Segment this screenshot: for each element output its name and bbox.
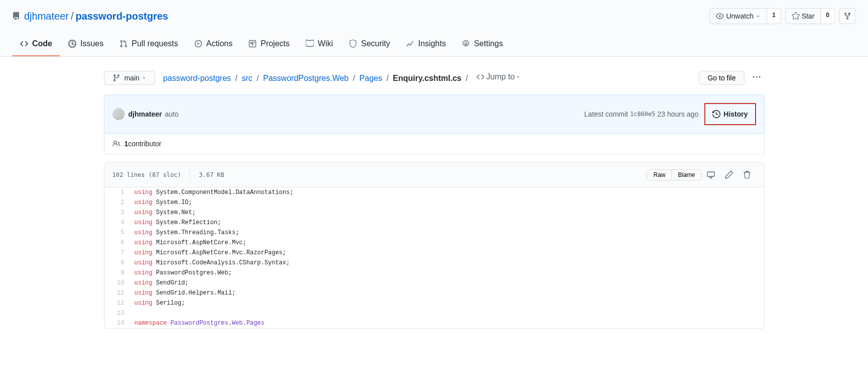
code-line: 2using System.IO; (104, 198, 764, 208)
contributor-label: contributor (128, 140, 161, 148)
svg-rect-11 (707, 172, 714, 176)
tab-issues[interactable]: Issues (60, 32, 111, 56)
avatar[interactable] (112, 108, 125, 120)
code-content: using System.ComponentModel.DataAnnotati… (130, 187, 764, 198)
line-number[interactable]: 7 (104, 248, 130, 258)
code-content: using Microsoft.AspNetCore.Mvc; (130, 238, 764, 248)
stargazers-count[interactable]: 0 (821, 8, 835, 24)
line-number[interactable]: 13 (104, 308, 130, 318)
code-table: 1using System.ComponentModel.DataAnnotat… (104, 187, 764, 328)
line-number[interactable]: 3 (104, 208, 130, 218)
code-content (130, 308, 764, 318)
line-number[interactable]: 9 (104, 268, 130, 278)
tab-projects[interactable]: Projects (240, 32, 298, 56)
line-number[interactable]: 1 (104, 187, 130, 198)
svg-point-7 (465, 43, 467, 45)
svg-rect-6 (254, 42, 255, 43)
line-number[interactable]: 10 (104, 278, 130, 288)
latest-commit-label: Latest commit (584, 110, 628, 118)
goto-file-button[interactable]: Go to file (699, 71, 744, 85)
tab-pulls[interactable]: Pull requests (111, 32, 186, 56)
breadcrumb: password-postgres / src / PasswordPostgr… (163, 72, 523, 83)
file-info: 102 lines (87 sloc) 3.67 KB (112, 170, 224, 179)
line-number[interactable]: 6 (104, 238, 130, 248)
svg-point-9 (756, 76, 757, 78)
code-content: namespace PasswordPostgres.Web.Pages (130, 318, 764, 328)
code-content: using System.Threading.Tasks; (130, 228, 764, 238)
delete-icon[interactable] (738, 168, 756, 182)
svg-rect-5 (252, 42, 253, 46)
file-lines: 102 lines (87 sloc) (112, 171, 181, 178)
repo-owner-link[interactable]: djhmateer (24, 11, 69, 22)
file-box: 102 lines (87 sloc) 3.67 KB Raw Blame 1u… (104, 162, 765, 329)
commit-time: 23 hours ago (658, 110, 699, 118)
repo-header: djhmateer / password-postgres Unwatch 1 … (0, 0, 868, 57)
code-content: using SendGrid; (130, 278, 764, 288)
svg-point-8 (753, 76, 754, 78)
breadcrumb-p3[interactable]: Pages (359, 74, 382, 82)
file-size: 3.67 KB (199, 171, 224, 178)
code-line: 9using PasswordPostgres.Web; (104, 268, 764, 278)
repo-name-link[interactable]: password-postgres (76, 11, 168, 22)
code-line: 13 (104, 308, 764, 318)
commit-author[interactable]: djhmateer (129, 110, 162, 118)
code-content: using System.IO; (130, 198, 764, 208)
desktop-icon[interactable] (702, 168, 720, 182)
repo-icon (12, 12, 20, 20)
breadcrumb-p1[interactable]: src (241, 74, 252, 82)
breadcrumb-file: Enquiry.cshtml.cs (393, 74, 462, 82)
tab-code[interactable]: Code (12, 32, 60, 56)
breadcrumb-p2[interactable]: PasswordPostgres.Web (263, 74, 348, 82)
jump-to[interactable]: Jump to (476, 72, 523, 81)
breadcrumb-root[interactable]: password-postgres (163, 74, 231, 82)
tab-actions[interactable]: Actions (186, 32, 240, 56)
svg-point-1 (72, 43, 73, 45)
code-content: using System.Net; (130, 208, 764, 218)
code-content: using System.Reflection; (130, 218, 764, 228)
code-content: using SendGrid.Helpers.Mail; (130, 288, 764, 298)
commit-hash[interactable]: 1c860e5 (630, 111, 656, 118)
tab-wiki[interactable]: Wiki (298, 32, 341, 56)
tab-security[interactable]: Security (341, 32, 398, 56)
code-line: 14namespace PasswordPostgres.Web.Pages (104, 318, 764, 328)
code-content: using Microsoft.AspNetCore.Mvc.RazorPage… (130, 248, 764, 258)
more-options[interactable] (749, 69, 765, 86)
code-line: 1using System.ComponentModel.DataAnnotat… (104, 187, 764, 198)
code-line: 4using System.Reflection; (104, 218, 764, 228)
code-line: 7using Microsoft.AspNetCore.Mvc.RazorPag… (104, 248, 764, 258)
line-number[interactable]: 12 (104, 298, 130, 308)
branch-select[interactable]: main (104, 71, 155, 85)
line-number[interactable]: 14 (104, 318, 130, 328)
line-number[interactable]: 8 (104, 258, 130, 268)
code-line: 5using System.Threading.Tasks; (104, 228, 764, 238)
history-link[interactable]: History (704, 103, 756, 125)
watchers-count[interactable]: 1 (767, 8, 781, 24)
blame-button[interactable]: Blame (672, 170, 701, 180)
fork-button[interactable] (839, 8, 856, 24)
repo-title: djhmateer / password-postgres (12, 11, 168, 22)
code-line: 12using Serilog; (104, 298, 764, 308)
contributor-count: 1 (125, 140, 129, 148)
unwatch-button[interactable]: Unwatch (709, 8, 767, 24)
raw-button[interactable]: Raw (647, 170, 672, 180)
code-content: using Serilog; (130, 298, 764, 308)
svg-rect-4 (251, 42, 252, 44)
line-number[interactable]: 5 (104, 228, 130, 238)
code-content: using Microsoft.CodeAnalysis.CSharp.Synt… (130, 258, 764, 268)
tab-insights[interactable]: Insights (398, 32, 454, 56)
code-line: 3using System.Net; (104, 208, 764, 218)
line-number[interactable]: 2 (104, 198, 130, 208)
repo-actions: Unwatch 1 Star 0 (709, 8, 856, 24)
code-line: 8using Microsoft.CodeAnalysis.CSharp.Syn… (104, 258, 764, 268)
repo-nav: Code Issues Pull requests Actions Projec… (12, 32, 856, 56)
edit-icon[interactable] (720, 168, 738, 182)
code-line: 10using SendGrid; (104, 278, 764, 288)
line-number[interactable]: 11 (104, 288, 130, 298)
commit-box: djhmateer auto Latest commit 1c860e5 23 … (104, 94, 765, 134)
star-button[interactable]: Star (785, 8, 821, 24)
tab-settings[interactable]: Settings (454, 32, 511, 56)
commit-message[interactable]: auto (165, 110, 178, 118)
code-line: 11using SendGrid.Helpers.Mail; (104, 288, 764, 298)
line-number[interactable]: 4 (104, 218, 130, 228)
svg-point-10 (759, 76, 760, 78)
